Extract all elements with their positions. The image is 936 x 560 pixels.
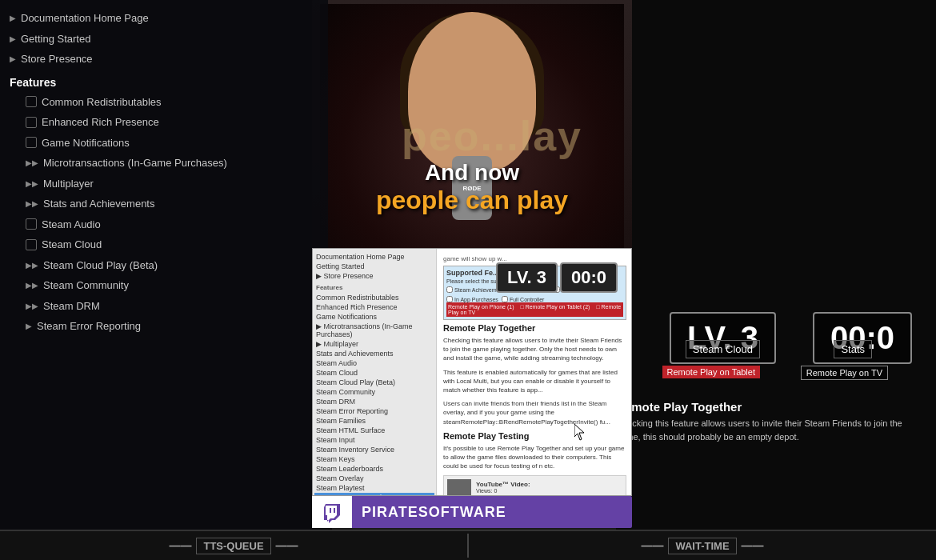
svg-rect-1 bbox=[334, 508, 335, 513]
sidebar-item-getting-started[interactable]: ▶ Getting Started bbox=[6, 29, 322, 50]
docs-sidebar[interactable]: ▶ Documentation Home Page ▶ Getting Star… bbox=[0, 0, 328, 560]
background-text: peo...lay bbox=[332, 112, 652, 160]
svg-rect-2 bbox=[330, 508, 331, 513]
sidebar-item-store-presence[interactable]: ▶ Store Presence bbox=[6, 49, 322, 70]
mini-nav-community[interactable]: Steam Community bbox=[314, 387, 434, 397]
sidebar-item-stats-achievements[interactable]: ▶▶ Stats and Achievements bbox=[22, 194, 322, 214]
timer-badge-small: 00:0 bbox=[560, 262, 618, 293]
mini-nav-getting-started[interactable]: Getting Started bbox=[314, 262, 434, 271]
stats-label: Stats bbox=[834, 340, 872, 358]
mini-nav-leaderboards[interactable]: Steam Leaderboards bbox=[314, 464, 434, 474]
sidebar-item-steam-community[interactable]: ▶▶ Steam Community bbox=[22, 275, 322, 296]
arrow-icon: ▶ bbox=[10, 12, 16, 24]
mini-nav-doc-home[interactable]: Documentation Home Page bbox=[314, 252, 434, 262]
mini-nav-erp[interactable]: Enhanced Rich Presence bbox=[314, 302, 434, 312]
remote-tv-label: Remote Play on TV bbox=[801, 366, 888, 380]
mini-nav-inventory[interactable]: Steam Inventory Service bbox=[314, 445, 434, 454]
mini-nav-common-redis[interactable]: Common Redistributables bbox=[314, 293, 434, 302]
bullet-icon bbox=[26, 137, 37, 148]
rpt-section-invite: Users can invite friends from their frie… bbox=[443, 399, 626, 426]
mini-nav-keys[interactable]: Steam Keys bbox=[314, 454, 434, 464]
rpt-section-text: Checking this feature allows users to in… bbox=[443, 336, 626, 363]
rpt-right-desc: Checking this feature allows users to in… bbox=[616, 417, 912, 443]
and-now-text: And now bbox=[312, 160, 632, 186]
mini-nav-store-presence[interactable]: ▶ Store Presence bbox=[314, 271, 434, 281]
sidebar-item-common-redistributables[interactable]: Common Redistributables bbox=[22, 92, 322, 113]
mini-nav-steam-cloud[interactable]: Steam Cloud bbox=[314, 368, 434, 378]
mini-nav-error[interactable]: Steam Error Reporting bbox=[314, 406, 434, 416]
remote-tablet-label: Remote Play on Tablet bbox=[662, 366, 760, 378]
sidebar-label-steam-error-reporting: Steam Error Reporting bbox=[37, 318, 141, 334]
people-can-play-text: people can play bbox=[312, 186, 632, 215]
video-thumb-img bbox=[447, 479, 471, 495]
sidebar-item-microtransactions[interactable]: ▶▶ Microtransactions (In-Game Purchases) bbox=[22, 153, 322, 174]
mini-nav-steam-audio[interactable]: Steam Audio bbox=[314, 358, 434, 368]
tts-dash-right: —— bbox=[276, 539, 298, 552]
sidebar-item-doc-home[interactable]: ▶ Documentation Home Page bbox=[6, 8, 322, 29]
mini-nav-html[interactable]: Steam HTML Surface bbox=[314, 426, 434, 435]
wait-label: WAIT-TIME bbox=[668, 538, 736, 554]
wait-dash-right: —— bbox=[742, 539, 764, 552]
video-views: Views: 0 bbox=[476, 488, 530, 494]
sidebar-item-steam-audio[interactable]: Steam Audio bbox=[22, 214, 322, 235]
arrow-icon: ▶▶ bbox=[26, 157, 38, 169]
features-group: Common Redistributables Enhanced Rich Pr… bbox=[6, 92, 322, 337]
twitch-logo bbox=[312, 496, 352, 528]
tts-section: —— TTS-QUEUE —— bbox=[0, 538, 467, 554]
sidebar-item-steam-error-reporting[interactable]: ▶ Steam Error Reporting bbox=[22, 316, 322, 337]
mini-nav-microtrans[interactable]: ▶ Microtransactions (In-Game Purchases) bbox=[314, 322, 434, 339]
video-label: YouTube™ Video: bbox=[476, 481, 530, 488]
sidebar-label-store-presence: Store Presence bbox=[21, 51, 93, 67]
mini-nav-multiplayer[interactable]: ▶ Multiplayer bbox=[314, 339, 434, 349]
sidebar-label-enhanced-rich-presence: Enhanced Rich Presence bbox=[42, 114, 159, 130]
video-info: YouTube™ Video: Views: 0 bbox=[476, 481, 530, 494]
mini-nav-families[interactable]: Steam Families bbox=[314, 416, 434, 426]
sidebar-section-features: Features bbox=[6, 73, 322, 92]
features-label: Features bbox=[10, 76, 56, 89]
arrow-icon: ▶▶ bbox=[26, 300, 38, 312]
sidebar-label-getting-started: Getting Started bbox=[21, 31, 90, 47]
sidebar-label-microtransactions: Microtransactions (In-Game Purchases) bbox=[43, 155, 227, 171]
rpt-right-title: Remote Play Together bbox=[616, 400, 912, 414]
mini-sidebar[interactable]: Documentation Home Page Getting Started … bbox=[313, 249, 437, 496]
sidebar-item-game-notifications[interactable]: Game Notifications bbox=[22, 133, 322, 154]
sidebar-item-multiplayer[interactable]: ▶▶ Multiplayer bbox=[22, 174, 322, 194]
arrow-icon: ▶ bbox=[26, 320, 32, 332]
rpt-section-detail: This feature is enabled automatically fo… bbox=[443, 368, 626, 395]
arrow-icon: ▶▶ bbox=[26, 198, 38, 210]
sidebar-item-steam-cloud-play[interactable]: ▶▶ Steam Cloud Play (Beta) bbox=[22, 255, 322, 276]
mini-nav-stats[interactable]: Stats and Achievements bbox=[314, 349, 434, 358]
sidebar-label-steam-cloud-play: Steam Cloud Play (Beta) bbox=[43, 258, 158, 274]
sidebar-label-common-redistributables: Common Redistributables bbox=[42, 94, 162, 110]
bullet-icon bbox=[26, 117, 37, 128]
wait-section: —— WAIT-TIME —— bbox=[469, 538, 936, 554]
twitch-channel-name: PIRATESOFTWARE bbox=[352, 504, 506, 521]
lv-badge-small: LV. 3 bbox=[496, 262, 558, 293]
twitch-bar: PIRATESOFTWARE bbox=[312, 496, 632, 528]
mini-nav-overlay[interactable]: Steam Overlay bbox=[314, 474, 434, 483]
sidebar-label-steam-audio: Steam Audio bbox=[42, 217, 101, 233]
sidebar-item-enhanced-rich-presence[interactable]: Enhanced Rich Presence bbox=[22, 112, 322, 133]
bottom-bar: —— TTS-QUEUE —— —— WAIT-TIME —— bbox=[0, 530, 936, 560]
rp-testing-title: Remote Play Testing bbox=[443, 431, 626, 441]
arrow-icon: ▶ bbox=[10, 53, 16, 65]
mini-nav-cloud-play[interactable]: Steam Cloud Play (Beta) bbox=[314, 378, 434, 387]
mini-nav-playtest[interactable]: Steam Playtest bbox=[314, 483, 434, 493]
checkbox-full-controller[interactable]: Full Controller bbox=[502, 296, 545, 302]
arrow-icon: ▶▶ bbox=[26, 178, 38, 190]
sidebar-label-doc-home: Documentation Home Page bbox=[21, 10, 149, 26]
right-panel bbox=[616, 0, 936, 560]
sidebar-item-steam-cloud[interactable]: Steam Cloud bbox=[22, 234, 322, 255]
rp-testing-text: It's possible to use Remote Play Togethe… bbox=[443, 444, 626, 471]
mini-nav-game-notif[interactable]: Game Notifications bbox=[314, 312, 434, 322]
mini-nav-input[interactable]: Steam Input bbox=[314, 435, 434, 445]
rp-tablet-label: □ Remote Play on Tablet (2) bbox=[520, 304, 590, 310]
sidebar-label-steam-drm: Steam DRM bbox=[43, 298, 100, 314]
sidebar-item-steam-drm[interactable]: ▶▶ Steam DRM bbox=[22, 296, 322, 317]
checkbox-in-app[interactable]: In App Purchases bbox=[446, 296, 498, 302]
video-thumbnail: YouTube™ Video: Views: 0 bbox=[443, 475, 626, 496]
mini-nav-drm[interactable]: Steam DRM bbox=[314, 397, 434, 406]
rpt-right-section: Remote Play Together Checking this featu… bbox=[616, 400, 912, 443]
rp-phone-label: Remote Play on Phone (1) bbox=[448, 304, 514, 310]
sidebar-label-stats-achievements: Stats and Achievements bbox=[43, 196, 154, 212]
